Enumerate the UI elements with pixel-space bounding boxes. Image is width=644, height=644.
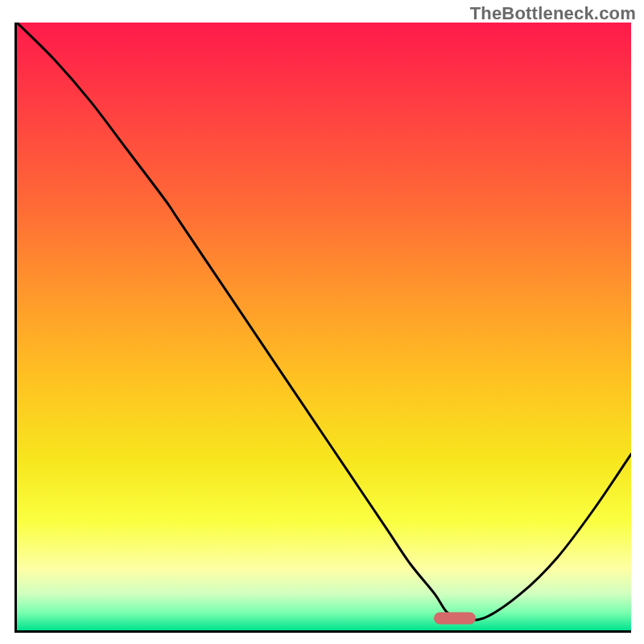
optimum-marker <box>434 612 476 624</box>
bottleneck-curve <box>17 23 631 620</box>
plot-area <box>14 23 631 633</box>
watermark-text: TheBottleneck.com <box>470 3 636 24</box>
curve-layer <box>17 23 631 630</box>
